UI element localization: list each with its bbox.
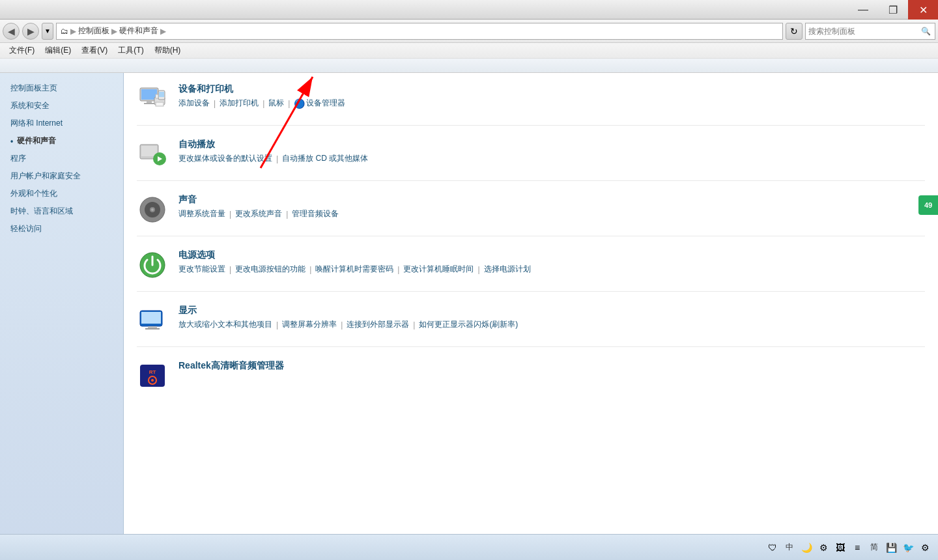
menubar: 文件(F) 编辑(E) 查看(V) 工具(T) 帮助(H) bbox=[0, 43, 938, 59]
recent-dropdown-button[interactable]: ▼ bbox=[42, 23, 53, 40]
link-power-settings[interactable]: 更改节能设置 bbox=[178, 264, 225, 275]
link-mouse[interactable]: 鼠标 bbox=[268, 98, 284, 109]
sidebar-item-home[interactable]: 控制面板主页 bbox=[0, 79, 123, 97]
section-devices-title[interactable]: 设备和打印机 bbox=[178, 83, 925, 95]
section-devices: 设备和打印机 添加设备 | 添加打印机 | 鼠标 | 🔵 设备管理器 bbox=[137, 83, 925, 126]
link-change-default[interactable]: 更改媒体或设备的默认设置 bbox=[178, 153, 272, 164]
titlebar: — ❐ ✕ bbox=[0, 0, 938, 20]
back-button[interactable]: ◀ bbox=[3, 23, 20, 40]
menu-view[interactable]: 查看(V) bbox=[76, 44, 113, 58]
minimize-button[interactable]: — bbox=[848, 0, 878, 20]
section-devices-body: 设备和打印机 添加设备 | 添加打印机 | 鼠标 | 🔵 设备管理器 bbox=[178, 83, 925, 109]
sidebar-item-network[interactable]: 网络和 Internet bbox=[0, 115, 123, 132]
menu-file[interactable]: 文件(F) bbox=[4, 44, 40, 58]
taskbar-icon-save[interactable]: 💾 bbox=[885, 541, 898, 554]
address-bar: ◀ ▶ ▼ 🗂 ▶ 控制面板 ▶ 硬件和声音 ▶ ↻ 🔍 bbox=[0, 20, 938, 43]
sidebar-item-security[interactable]: 系统和安全 bbox=[0, 97, 123, 115]
menu-tools[interactable]: 工具(T) bbox=[113, 44, 149, 58]
refresh-button[interactable]: ↻ bbox=[786, 23, 803, 40]
search-icon[interactable]: 🔍 bbox=[919, 25, 932, 38]
svg-text:RT: RT bbox=[149, 369, 156, 375]
section-sound: 声音 调整系统音量 | 更改系统声音 | 管理音频设备 bbox=[137, 194, 925, 236]
taskbar-icon-moon[interactable]: 🌙 bbox=[800, 541, 813, 554]
taskbar-icon-image[interactable]: 🖼 bbox=[834, 541, 847, 554]
link-connect-display[interactable]: 连接到外部显示器 bbox=[347, 319, 409, 330]
link-adjust-volume[interactable]: 调整系统音量 bbox=[178, 208, 225, 219]
svg-rect-21 bbox=[145, 328, 160, 329]
svg-point-16 bbox=[151, 208, 154, 211]
sidebar-item-appearance[interactable]: 外观和个性化 bbox=[0, 185, 123, 203]
section-power-body: 电源选项 更改节能设置 | 更改电源按钮的功能 | 唤醒计算机时需要密码 | 更… bbox=[178, 249, 925, 275]
close-button[interactable]: ✕ bbox=[908, 0, 938, 20]
section-display: 显示 放大或缩小文本和其他项目 | 调整屏幕分辨率 | 连接到外部显示器 | 如… bbox=[137, 305, 925, 347]
path-home-icon: 🗂 bbox=[61, 27, 68, 36]
link-manage-audio[interactable]: 管理音频设备 bbox=[292, 208, 339, 219]
titlebar-buttons: — ❐ ✕ bbox=[848, 0, 938, 19]
link-autoplay-cd[interactable]: 自动播放 CD 或其他媒体 bbox=[282, 153, 368, 164]
sidebar-item-clock[interactable]: 时钟、语言和区域 bbox=[0, 203, 123, 220]
path-hardware[interactable]: 硬件和声音 bbox=[119, 25, 158, 36]
section-realtek-title[interactable]: Realtek高清晰音频管理器 bbox=[178, 360, 925, 372]
svg-point-25 bbox=[151, 379, 154, 382]
toolbar-area bbox=[0, 59, 938, 73]
autoplay-icon bbox=[137, 139, 168, 170]
taskbar-icon-menu[interactable]: ≡ bbox=[851, 541, 864, 554]
taskbar-icons: 🛡 中 🌙 ⚙ 🖼 ≡ 简 💾 🐦 ⚙ bbox=[766, 541, 931, 554]
link-power-plan[interactable]: 选择电源计划 bbox=[484, 264, 531, 275]
menu-edit[interactable]: 编辑(E) bbox=[40, 44, 76, 58]
taskbar-icon-simple[interactable]: 简 bbox=[868, 541, 881, 554]
content-area: 设备和打印机 添加设备 | 添加打印机 | 鼠标 | 🔵 设备管理器 bbox=[124, 73, 938, 560]
link-zoom-text[interactable]: 放大或缩小文本和其他项目 bbox=[178, 319, 272, 330]
section-sound-title[interactable]: 声音 bbox=[178, 194, 925, 206]
svg-rect-20 bbox=[148, 326, 157, 328]
section-display-title[interactable]: 显示 bbox=[178, 305, 925, 316]
section-realtek: RT Realtek高清晰音频管理器 bbox=[137, 360, 925, 402]
display-icon bbox=[137, 305, 168, 336]
svg-rect-3 bbox=[144, 103, 154, 104]
forward-button[interactable]: ▶ bbox=[22, 23, 39, 40]
section-realtek-body: Realtek高清晰音频管理器 bbox=[178, 360, 925, 374]
section-power-links: 更改节能设置 | 更改电源按钮的功能 | 唤醒计算机时需要密码 | 更改计算机睡… bbox=[178, 264, 925, 275]
link-device-manager[interactable]: 设备管理器 bbox=[306, 98, 345, 109]
link-power-button[interactable]: 更改电源按钮的功能 bbox=[235, 264, 306, 275]
section-devices-links: 添加设备 | 添加打印机 | 鼠标 | 🔵 设备管理器 bbox=[178, 98, 925, 109]
section-autoplay: 自动播放 更改媒体或设备的默认设置 | 自动播放 CD 或其他媒体 bbox=[137, 139, 925, 181]
main-layout: 控制面板主页 系统和安全 网络和 Internet 硬件和声音 程序 用户帐户和… bbox=[0, 73, 938, 560]
maximize-button[interactable]: ❐ bbox=[878, 0, 908, 20]
section-display-links: 放大或缩小文本和其他项目 | 调整屏幕分辨率 | 连接到外部显示器 | 如何更正… bbox=[178, 319, 925, 330]
section-display-body: 显示 放大或缩小文本和其他项目 | 调整屏幕分辨率 | 连接到外部显示器 | 如… bbox=[178, 305, 925, 330]
realtek-icon: RT bbox=[137, 360, 168, 391]
sidebar-item-accounts[interactable]: 用户帐户和家庭安全 bbox=[0, 167, 123, 185]
link-wakeup-password[interactable]: 唤醒计算机时需要密码 bbox=[315, 264, 393, 275]
section-sound-body: 声音 调整系统音量 | 更改系统声音 | 管理音频设备 bbox=[178, 194, 925, 219]
taskbar-icon-bird[interactable]: 🐦 bbox=[902, 541, 915, 554]
section-autoplay-body: 自动播放 更改媒体或设备的默认设置 | 自动播放 CD 或其他媒体 bbox=[178, 139, 925, 164]
power-icon bbox=[137, 249, 168, 281]
link-change-sounds[interactable]: 更改系统声音 bbox=[235, 208, 282, 219]
taskbar-icon-shield[interactable]: 🛡 bbox=[766, 541, 779, 554]
menu-help[interactable]: 帮助(H) bbox=[149, 44, 186, 58]
section-autoplay-title[interactable]: 自动播放 bbox=[178, 139, 925, 150]
taskbar-icon-ime[interactable]: 中 bbox=[783, 541, 796, 554]
taskbar: 🛡 中 🌙 ⚙ 🖼 ≡ 简 💾 🐦 ⚙ bbox=[0, 534, 938, 560]
svg-rect-8 bbox=[159, 92, 164, 97]
devices-icon bbox=[137, 83, 168, 115]
link-add-printer[interactable]: 添加打印机 bbox=[220, 98, 259, 109]
address-path: 🗂 ▶ 控制面板 ▶ 硬件和声音 ▶ bbox=[56, 23, 783, 40]
path-controlpanel[interactable]: 控制面板 bbox=[78, 25, 109, 36]
floating-button[interactable]: 49 bbox=[918, 195, 938, 215]
sidebar-item-programs[interactable]: 程序 bbox=[0, 150, 123, 167]
sound-icon bbox=[137, 194, 168, 225]
svg-rect-6 bbox=[156, 102, 163, 106]
section-power-title[interactable]: 电源选项 bbox=[178, 249, 925, 261]
link-refresh-rate[interactable]: 如何更正显示器闪烁(刷新率) bbox=[419, 319, 518, 330]
svg-rect-2 bbox=[147, 101, 152, 103]
link-resolution[interactable]: 调整屏幕分辨率 bbox=[282, 319, 337, 330]
sidebar-item-hardware[interactable]: 硬件和声音 bbox=[0, 132, 123, 150]
taskbar-icon-gear2[interactable]: ⚙ bbox=[918, 541, 931, 554]
link-add-device[interactable]: 添加设备 bbox=[178, 98, 210, 109]
search-input[interactable] bbox=[808, 27, 919, 36]
link-sleep-time[interactable]: 更改计算机睡眠时间 bbox=[403, 264, 474, 275]
taskbar-icon-gear1[interactable]: ⚙ bbox=[817, 541, 830, 554]
sidebar-item-accessibility[interactable]: 轻松访问 bbox=[0, 220, 123, 238]
